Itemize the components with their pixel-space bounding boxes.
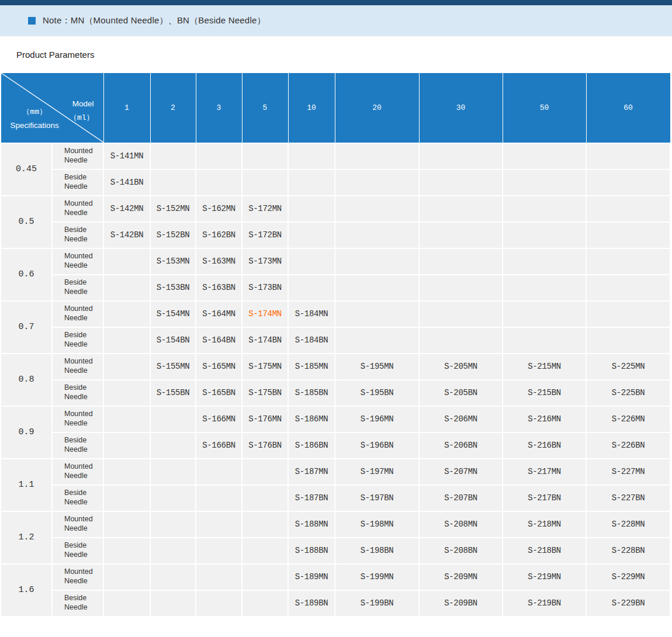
model-code-cell[interactable]: S-225MN: [586, 354, 670, 380]
model-code-cell[interactable]: S-176BN: [242, 432, 288, 459]
model-code-cell[interactable]: S-153BN: [150, 275, 196, 301]
model-code-cell[interactable]: S-206BN: [419, 432, 503, 459]
model-code-cell[interactable]: S-142MN: [103, 196, 150, 222]
model-code-cell[interactable]: S-185MN: [288, 354, 335, 380]
model-code-cell[interactable]: S-163BN: [196, 275, 242, 301]
model-code-cell[interactable]: S-155BN: [150, 380, 196, 406]
model-code-cell[interactable]: S-217MN: [503, 459, 586, 485]
model-code-cell[interactable]: S-208BN: [419, 538, 503, 564]
model-code-cell[interactable]: S-141MN: [103, 143, 150, 169]
model-code-cell[interactable]: S-229BN: [586, 590, 670, 617]
model-code-cell[interactable]: S-173BN: [242, 275, 288, 301]
model-code-cell[interactable]: S-162BN: [196, 222, 242, 248]
model-code-cell[interactable]: S-188BN: [288, 538, 335, 564]
model-code-cell[interactable]: S-162MN: [196, 196, 242, 222]
model-code-cell[interactable]: S-165MN: [196, 354, 242, 380]
model-code-cell[interactable]: S-165BN: [196, 380, 242, 406]
model-code-cell[interactable]: S-206MN: [419, 406, 503, 432]
model-code-cell[interactable]: S-207MN: [419, 459, 503, 485]
empty-cell: [335, 248, 419, 275]
model-code-cell[interactable]: S-154BN: [150, 327, 196, 354]
model-code-cell[interactable]: S-205MN: [419, 354, 503, 380]
model-code-cell[interactable]: S-174MN: [242, 301, 288, 327]
needle-type-cell: Mounted Needle: [52, 354, 103, 380]
model-code-cell[interactable]: S-189BN: [288, 590, 335, 617]
model-code-cell[interactable]: S-225BN: [586, 380, 670, 406]
model-code-cell[interactable]: S-218BN: [503, 538, 586, 564]
model-code-cell[interactable]: S-218MN: [503, 511, 586, 538]
model-code-cell[interactable]: S-164MN: [196, 301, 242, 327]
model-code-cell[interactable]: S-209MN: [419, 564, 503, 590]
model-code-cell[interactable]: S-163MN: [196, 248, 242, 275]
empty-cell: [196, 538, 242, 564]
model-code-cell[interactable]: S-208MN: [419, 511, 503, 538]
model-code-cell[interactable]: S-172MN: [242, 196, 288, 222]
model-code-cell[interactable]: S-228MN: [586, 511, 670, 538]
model-code-cell[interactable]: S-184BN: [288, 327, 335, 354]
needle-type-cell: Beside Needle: [52, 538, 103, 564]
needle-type-cell: Beside Needle: [52, 275, 103, 301]
model-code-cell[interactable]: S-216MN: [503, 406, 586, 432]
model-code-cell[interactable]: S-153MN: [150, 248, 196, 275]
model-code-cell[interactable]: S-198MN: [335, 511, 419, 538]
model-code-cell[interactable]: S-164BN: [196, 327, 242, 354]
column-header: 5: [242, 73, 288, 143]
model-code-cell[interactable]: S-176MN: [242, 406, 288, 432]
model-code-cell[interactable]: S-209BN: [419, 590, 503, 617]
model-code-cell[interactable]: S-184MN: [288, 301, 335, 327]
model-code-cell[interactable]: S-219MN: [503, 564, 586, 590]
model-code-cell[interactable]: S-186MN: [288, 406, 335, 432]
empty-cell: [335, 222, 419, 248]
model-code-cell[interactable]: S-196MN: [335, 406, 419, 432]
needle-type-cell: Mounted Needle: [52, 248, 103, 275]
model-code-cell[interactable]: S-195MN: [335, 354, 419, 380]
model-code-cell[interactable]: S-219BN: [503, 590, 586, 617]
model-code-cell[interactable]: S-175BN: [242, 380, 288, 406]
table-row: Beside NeedleS-141BN: [1, 169, 670, 196]
model-code-cell[interactable]: S-226MN: [586, 406, 670, 432]
model-code-cell[interactable]: S-227BN: [586, 485, 670, 511]
model-code-cell[interactable]: S-198BN: [335, 538, 419, 564]
model-code-cell[interactable]: S-141BN: [103, 169, 150, 196]
needle-type-cell: Mounted Needle: [52, 143, 103, 169]
model-code-cell[interactable]: S-199MN: [335, 564, 419, 590]
model-code-cell[interactable]: S-173MN: [242, 248, 288, 275]
table-row: 1.6Mounted NeedleS-189MNS-199MNS-209MNS-…: [1, 564, 670, 590]
column-header: 30: [419, 73, 503, 143]
model-code-cell[interactable]: S-174BN: [242, 327, 288, 354]
model-code-cell[interactable]: S-166BN: [196, 432, 242, 459]
model-code-cell[interactable]: S-186BN: [288, 432, 335, 459]
model-code-cell[interactable]: S-197MN: [335, 459, 419, 485]
model-code-cell[interactable]: S-142BN: [103, 222, 150, 248]
model-code-cell[interactable]: S-152BN: [150, 222, 196, 248]
model-code-cell[interactable]: S-226BN: [586, 432, 670, 459]
model-code-cell[interactable]: S-216BN: [503, 432, 586, 459]
model-code-cell[interactable]: S-215BN: [503, 380, 586, 406]
model-code-cell[interactable]: S-172BN: [242, 222, 288, 248]
model-code-cell[interactable]: S-228BN: [586, 538, 670, 564]
model-code-cell[interactable]: S-217BN: [503, 485, 586, 511]
model-code-cell[interactable]: S-188MN: [288, 511, 335, 538]
empty-cell: [586, 143, 670, 169]
model-code-cell[interactable]: S-175MN: [242, 354, 288, 380]
model-code-cell[interactable]: S-199BN: [335, 590, 419, 617]
model-code-cell[interactable]: S-207BN: [419, 485, 503, 511]
model-code-cell[interactable]: S-205BN: [419, 380, 503, 406]
model-code-cell[interactable]: S-215MN: [503, 354, 586, 380]
model-code-cell[interactable]: S-195BN: [335, 380, 419, 406]
model-code-cell[interactable]: S-197BN: [335, 485, 419, 511]
model-code-cell[interactable]: S-189MN: [288, 564, 335, 590]
model-code-cell[interactable]: S-187MN: [288, 459, 335, 485]
model-code-cell[interactable]: S-155MN: [150, 354, 196, 380]
model-code-cell[interactable]: S-185BN: [288, 380, 335, 406]
empty-cell: [103, 380, 150, 406]
model-code-cell[interactable]: S-196BN: [335, 432, 419, 459]
model-code-cell[interactable]: S-227MN: [586, 459, 670, 485]
model-code-cell[interactable]: S-154MN: [150, 301, 196, 327]
model-code-cell[interactable]: S-166MN: [196, 406, 242, 432]
model-code-cell[interactable]: S-187BN: [288, 485, 335, 511]
empty-cell: [503, 169, 586, 196]
model-code-cell[interactable]: S-152MN: [150, 196, 196, 222]
model-code-cell[interactable]: S-229MN: [586, 564, 670, 590]
column-header: 60: [586, 73, 670, 143]
